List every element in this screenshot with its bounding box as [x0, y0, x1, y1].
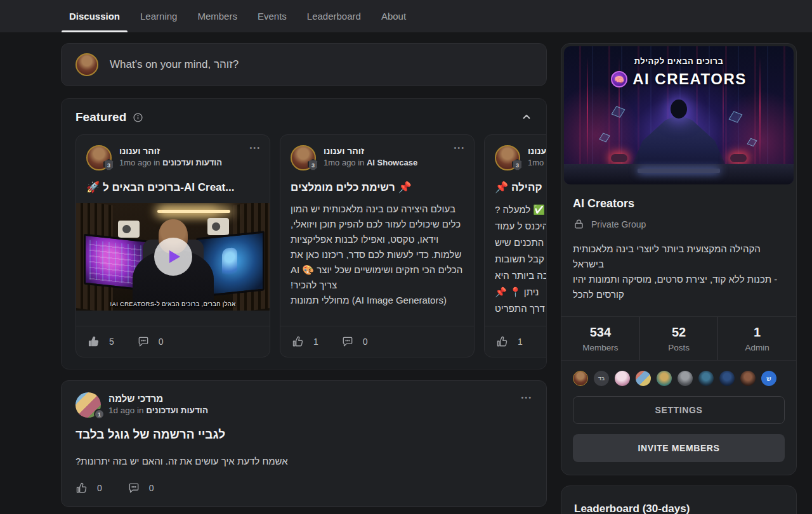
banner-group-name: AI CREATORS [632, 70, 747, 88]
stat-posts[interactable]: 52 Posts [639, 317, 718, 360]
tab-events[interactable]: Events [250, 0, 294, 32]
member-avatar[interactable] [719, 371, 735, 386]
video-thumbnail[interactable]: אהלן חברים, ברוכים הבאים ל-AI CREATORS! [76, 203, 270, 311]
banner-figure [611, 154, 627, 162]
member-avatar[interactable] [698, 371, 714, 386]
group-description: הקהילה המקצועית ביותר ליוצרי בינה מלאכות… [573, 241, 785, 302]
post-body: אשמח לדעת איך עושים את זה. והאם יש בזה י… [75, 456, 532, 466]
level-badge: 1 [94, 409, 105, 420]
leaderboard-card: Leaderboard (30-days) [561, 485, 797, 514]
chevron-up-icon[interactable] [521, 112, 532, 123]
feed-post[interactable]: 1 מרדכי שלמה 1d ago in הודעות ועדכונים •… [61, 380, 547, 507]
banner-figure [671, 100, 687, 119]
comment-count: 0 [149, 483, 154, 493]
comment-button[interactable]: 0 [341, 335, 368, 348]
post-author[interactable]: מרדכי שלמה [108, 392, 208, 405]
level-badge: 3 [512, 159, 523, 171]
post-menu-icon[interactable]: ••• [454, 144, 465, 151]
invite-members-button[interactable]: INVITE MEMBERS [573, 434, 785, 462]
featured-card-rules[interactable]: 3 ענונו 1mo 📌 קהילה ✅ למעלה ? היכנס ל עמ… [484, 134, 547, 357]
member-avatar[interactable]: בד [594, 371, 609, 386]
post-time: 1mo ago in [119, 158, 160, 167]
post-author[interactable]: זוהר וענונו [119, 145, 222, 157]
comment-count: 0 [363, 337, 368, 347]
avatar: 3 [495, 145, 520, 170]
member-avatar[interactable] [573, 371, 588, 386]
like-count: 0 [97, 483, 102, 493]
post-time: 1d ago in [108, 406, 144, 415]
featured-title: Featured [75, 110, 126, 124]
stat-admins[interactable]: 1 Admin [717, 317, 796, 360]
group-banner[interactable]: ברוכים הבאים לקהילת 🧠 AI CREATORS [564, 46, 794, 184]
member-avatar[interactable]: ש [761, 371, 776, 386]
member-avatars: בד ש [561, 361, 796, 396]
post-body: בעולם היצירה עם בינה מלאכותית יש המון כל… [291, 202, 464, 308]
like-count: 1 [518, 337, 523, 347]
comment-button[interactable]: 0 [128, 482, 154, 494]
banner-decor [564, 164, 794, 184]
stat-members[interactable]: 534 Members [561, 317, 639, 360]
tab-members[interactable]: Members [190, 0, 245, 32]
avatar: 3 [291, 145, 316, 170]
play-button-icon[interactable] [154, 238, 192, 276]
featured-card-welcome[interactable]: 3 זוהר וענונו 1mo ago in הודעות ועדכונים… [75, 134, 270, 357]
post-time: 1mo [528, 158, 544, 167]
comment-count: 0 [159, 337, 164, 347]
composer-placeholder: What's on your mind, זוהר? [110, 58, 239, 71]
post-body: ✅ למעלה ? היכנס ל עמוד התכנים שיש קבל תש… [495, 202, 547, 317]
featured-card-tools[interactable]: 3 זוהר וענונו 1mo ago in AI Showcase •••… [280, 134, 475, 357]
post-author[interactable]: ענונו [528, 145, 546, 157]
like-button[interactable]: 5 [88, 335, 114, 348]
post-space-link[interactable]: AI Showcase [367, 158, 417, 167]
feed-column: What's on your mind, זוהר? Featured [61, 43, 547, 507]
banner-decor [638, 169, 720, 173]
group-sidebar: ברוכים הבאים לקהילת 🧠 AI CREATORS AI Cre… [561, 43, 797, 514]
group-stats: 534 Members 52 Posts 1 Admin [561, 316, 796, 361]
post-menu-icon[interactable]: ••• [249, 144, 261, 151]
top-nav: Discussion Learning Members Events Leade… [0, 0, 812, 32]
tab-learning[interactable]: Learning [133, 0, 185, 32]
info-icon[interactable] [133, 112, 143, 123]
like-button[interactable]: 0 [75, 482, 102, 494]
member-avatar[interactable] [636, 371, 651, 386]
post-time: 1mo ago in [324, 158, 364, 167]
avatar: 3 [86, 145, 112, 170]
level-badge: 3 [308, 159, 318, 171]
leaderboard-title: Leaderboard (30-days) [574, 503, 783, 514]
post-title[interactable]: לגביי הרשמה של גוגל בלבד [75, 428, 532, 442]
like-button[interactable]: 1 [292, 335, 318, 348]
member-avatar[interactable] [740, 371, 756, 386]
member-avatar[interactable] [615, 371, 630, 386]
like-button[interactable]: 1 [496, 335, 523, 348]
tab-leaderboard[interactable]: Leaderboard [299, 0, 369, 32]
tab-discussion[interactable]: Discussion [62, 0, 128, 32]
group-card: ברוכים הבאים לקהילת 🧠 AI CREATORS AI Cre… [561, 43, 797, 475]
tab-about[interactable]: About [374, 0, 414, 32]
thumb-decor [162, 210, 230, 213]
member-avatar[interactable] [657, 371, 672, 386]
post-space-link[interactable]: הודעות ועדכונים [146, 406, 208, 415]
avatar: 1 [75, 392, 101, 418]
post-title[interactable]: רשימת כלים מומלצים 📌 [291, 181, 464, 194]
post-space-link[interactable]: הודעות ועדכונים [162, 158, 222, 167]
thumb-decor [118, 221, 140, 238]
thumb-decor [207, 218, 229, 235]
post-composer[interactable]: What's on your mind, זוהר? [61, 43, 547, 86]
featured-cards-row: 3 זוהר וענונו 1mo ago in הודעות ועדכונים… [75, 134, 532, 357]
post-title[interactable]: 📌 קהילה [495, 181, 547, 194]
featured-section: Featured 3 זוהר וענונו [61, 98, 547, 369]
like-count: 5 [109, 337, 114, 347]
post-title[interactable]: 🚀 ברוכים הבאים ל-AI Creat... [86, 181, 259, 194]
avatar [75, 53, 98, 76]
level-badge: 3 [103, 159, 114, 171]
banner-welcome-text: ברוכים הבאים לקהילת [564, 56, 794, 66]
video-caption: אהלן חברים, ברוכים הבאים ל-AI CREATORS! [76, 300, 270, 307]
like-count: 1 [313, 337, 318, 347]
brain-icon: 🧠 [611, 71, 627, 87]
privacy-label: Private Group [591, 219, 646, 229]
comment-button[interactable]: 0 [137, 335, 164, 348]
post-menu-icon[interactable]: ••• [521, 394, 532, 401]
member-avatar[interactable] [678, 371, 693, 386]
post-author[interactable]: זוהר וענונו [324, 145, 417, 157]
settings-button[interactable]: SETTINGS [573, 396, 785, 424]
